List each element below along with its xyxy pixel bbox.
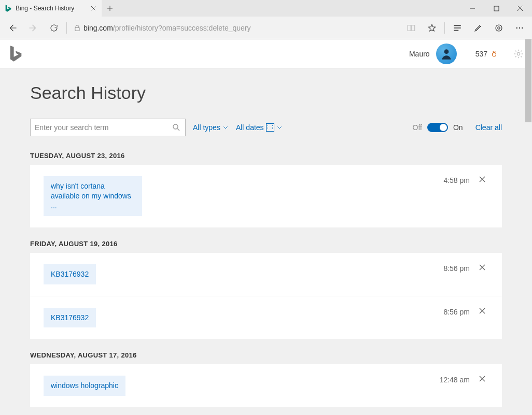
history-toggle[interactable] (427, 123, 448, 132)
window-minimize-button[interactable] (460, 0, 484, 17)
svg-point-8 (517, 52, 520, 55)
page-viewport: Mauro 537 Search History All types (0, 39, 532, 415)
chevron-down-icon (276, 124, 283, 131)
url-domain: bing.com (83, 24, 113, 32)
svg-point-9 (173, 124, 178, 129)
lock-icon (71, 24, 83, 32)
history-query-link[interactable]: windows holographic (44, 376, 125, 396)
toggle-off-label: Off (413, 123, 422, 132)
points-value: 537 (475, 50, 487, 58)
bing-favicon-icon (4, 4, 12, 12)
history-entry: KB31769328:56 pm (30, 296, 502, 339)
tab-close-icon[interactable] (89, 4, 97, 12)
controls-row: All types All dates ⋮⋮ Off On Clear all (30, 119, 502, 136)
delete-entry-icon[interactable] (479, 376, 488, 382)
avatar[interactable] (436, 44, 457, 64)
webnote-icon[interactable] (468, 18, 488, 38)
svg-point-3 (516, 27, 517, 28)
date-header: FRIDAY, AUGUST 19, 2016 (30, 240, 502, 248)
svg-point-4 (519, 27, 520, 28)
history-entry-time: 8:56 pm (443, 308, 470, 316)
toggle-knob (440, 124, 447, 131)
toolbar-right (401, 18, 530, 38)
history-query-link[interactable]: KB3176932 (44, 308, 96, 328)
more-icon[interactable] (509, 18, 530, 38)
toggle-on-label: On (453, 123, 463, 132)
svg-point-2 (498, 26, 500, 29)
history-card: windows holographic12:48 am (30, 364, 502, 407)
address-bar[interactable]: bing.com/profile/history?oma=success:del… (71, 20, 399, 36)
toolbar-separator (66, 22, 67, 34)
window-controls (460, 0, 532, 17)
svg-point-7 (493, 52, 496, 56)
history-search-box[interactable] (30, 119, 186, 136)
delete-entry-icon[interactable] (479, 176, 488, 182)
hub-icon[interactable] (447, 18, 468, 38)
history-entry-time: 8:56 pm (443, 264, 470, 273)
filter-types[interactable]: All types (193, 123, 229, 132)
new-tab-button[interactable] (102, 0, 118, 17)
browser-titlebar: Bing - Search History (0, 0, 532, 17)
url-path: /profile/history?oma=success:delete_quer… (113, 24, 251, 32)
filter-dates-label: All dates (236, 123, 264, 132)
search-icon[interactable] (172, 123, 181, 132)
scrollbar-thumb[interactable] (525, 39, 531, 122)
url-text: bing.com/profile/history?oma=success:del… (83, 24, 251, 32)
nav-refresh-button[interactable] (44, 18, 64, 38)
calendar-icon: ⋮⋮ (266, 123, 274, 132)
vertical-scrollbar[interactable] (525, 39, 532, 415)
window-maximize-button[interactable] (484, 0, 508, 17)
medal-icon (491, 50, 498, 58)
nav-forward-button[interactable] (23, 18, 44, 38)
bing-header: Mauro 537 (0, 39, 532, 68)
history-entry: windows holographic12:48 am (30, 364, 502, 407)
history-groups: TUESDAY, AUGUST 23, 2016why isn't cortan… (30, 152, 502, 407)
history-entry: why isn't cortana available on my window… (30, 165, 502, 227)
svg-rect-0 (494, 6, 499, 11)
browser-toolbar: bing.com/profile/history?oma=success:del… (0, 17, 532, 39)
toolbar-separator (444, 22, 445, 34)
history-query-link[interactable]: why isn't cortana available on my window… (44, 176, 142, 216)
history-card: KB31769328:56 pmKB31769328:56 pm (30, 253, 502, 339)
delete-entry-icon[interactable] (479, 264, 488, 270)
bing-logo-icon[interactable] (8, 45, 23, 63)
clear-all-link[interactable]: Clear all (475, 123, 502, 132)
share-icon[interactable] (488, 18, 509, 38)
content-area: Search History All types All dates ⋮⋮ Of… (30, 68, 502, 415)
svg-point-1 (496, 25, 502, 31)
reading-view-icon[interactable] (401, 18, 422, 38)
tab-title: Bing - Search History (16, 5, 89, 12)
svg-point-5 (522, 27, 523, 28)
browser-tab[interactable]: Bing - Search History (0, 0, 102, 17)
page-title: Search History (30, 79, 502, 119)
filter-types-label: All types (193, 123, 220, 132)
window-close-button[interactable] (508, 0, 532, 17)
filter-dates[interactable]: All dates ⋮⋮ (236, 123, 283, 132)
history-card: why isn't cortana available on my window… (30, 165, 502, 227)
settings-gear-icon[interactable] (513, 49, 524, 59)
nav-back-button[interactable] (2, 18, 23, 38)
history-entry-time: 12:48 am (440, 376, 470, 384)
svg-point-6 (444, 49, 449, 54)
delete-entry-icon[interactable] (479, 308, 488, 314)
favorite-star-icon[interactable] (422, 18, 442, 38)
chevron-down-icon (222, 124, 229, 131)
date-header: TUESDAY, AUGUST 23, 2016 (30, 152, 502, 160)
username-label[interactable]: Mauro (409, 50, 430, 58)
date-header: WEDNESDAY, AUGUST 17, 2016 (30, 351, 502, 359)
history-entry: KB31769328:56 pm (30, 253, 502, 296)
history-query-link[interactable]: KB3176932 (44, 264, 96, 284)
history-entry-time: 4:58 pm (443, 176, 470, 184)
rewards-points[interactable]: 537 (475, 50, 498, 58)
history-toggle-area: Off On Clear all (413, 123, 502, 132)
history-search-input[interactable] (35, 123, 172, 132)
